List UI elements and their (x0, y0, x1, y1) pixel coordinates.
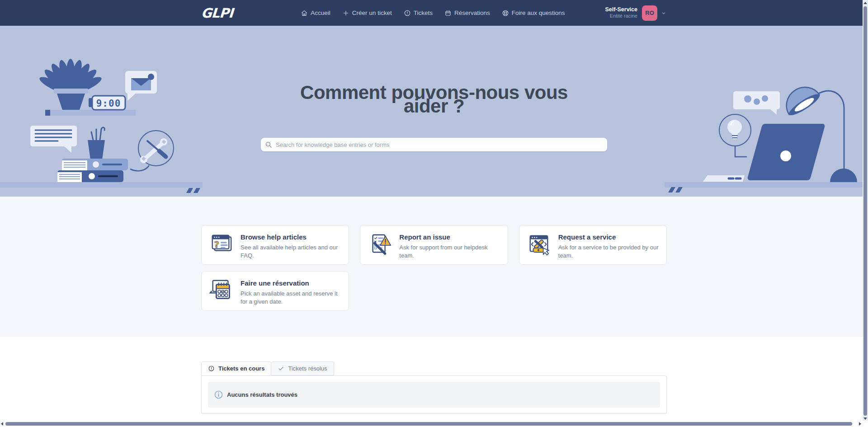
scrollbar-corner (863, 421, 868, 427)
card-description: See all available help articles and our … (241, 244, 341, 260)
card-report-an-issue[interactable]: Report an issue Ask for support from our… (360, 225, 508, 265)
svg-text:?: ? (214, 239, 219, 250)
card-request-a-service[interactable]: Request a service Ask for a service to b… (519, 225, 667, 265)
desk-illustration-left: 9:00 (0, 54, 203, 194)
shelf (45, 110, 136, 116)
user-menu[interactable]: Self-Service Entité racine RO (605, 5, 667, 21)
nav-item-foire-aux-questions[interactable]: Foire aux questions (502, 9, 565, 17)
card-title: Browse help articles (241, 233, 341, 241)
search-icon (265, 141, 272, 148)
vertical-scrollbar[interactable] (863, 0, 868, 421)
card-body: Report an issue Ask for support from our… (399, 232, 500, 260)
tab-tickets-resolus[interactable]: Tickets résolus (271, 361, 334, 375)
check-icon (278, 365, 284, 372)
scroll-left-arrow[interactable] (1, 422, 3, 426)
card-body: Browse help articles See all available h… (241, 232, 341, 260)
request-service-icon (527, 232, 551, 256)
desk-illustration-right (665, 59, 868, 197)
card-faire-une-reservation[interactable]: Faire une réservation Pick an available … (201, 271, 349, 311)
quick-actions-section: ? Browse help articles See all available… (0, 197, 868, 337)
search-input[interactable] (276, 141, 603, 148)
home-icon (301, 9, 308, 17)
card-title: Request a service (558, 233, 659, 241)
nav-item-accueil[interactable]: Accueil (301, 9, 330, 17)
top-navbar: GLPI Accueil Créer un ticket Tickets Rés… (0, 0, 868, 26)
card-title: Report an issue (399, 233, 500, 241)
card-browse-help-articles[interactable]: ? Browse help articles See all available… (201, 225, 349, 265)
horizontal-scrollbar[interactable] (0, 421, 863, 427)
books-icon (57, 159, 128, 182)
nav-item-creer-un-ticket[interactable]: Créer un ticket (342, 9, 392, 17)
lightbulb-icon (719, 114, 751, 157)
tab-tickets-en-cours[interactable]: Tickets en cours (201, 361, 271, 375)
nav-item-label: Tickets (414, 9, 433, 16)
laptop-icon (748, 124, 825, 180)
kb-search-bar (261, 138, 607, 151)
tools-circle-icon (130, 131, 174, 171)
pen-cup-icon (88, 127, 105, 160)
card-description: Pick an available asset and reserve it f… (241, 290, 341, 306)
card-body: Faire une réservation Pick an available … (241, 278, 341, 306)
empty-results-alert: Aucuns résultats trouvés (208, 382, 660, 408)
reservation-icon (209, 278, 233, 302)
alert-circle-icon (404, 9, 411, 17)
nav-item-reservations[interactable]: Réservations (444, 9, 490, 17)
nav-item-label: Réservations (454, 9, 490, 16)
glpi-logo[interactable]: GLPI (201, 5, 234, 21)
mail-notification-icon (125, 71, 157, 101)
help-articles-icon: ? (209, 232, 233, 256)
scroll-up-arrow[interactable] (863, 2, 867, 4)
clock-time: 9:00 (96, 98, 121, 109)
tickets-panel: Aucuns résultats trouvés (201, 375, 667, 414)
page-title: Comment pouvons-nous vous aider ? (258, 86, 610, 113)
keyboard-icon (703, 175, 745, 182)
tickets-tabs: Tickets en cours Tickets résolus (201, 361, 667, 375)
user-profile-name: Self-Service (605, 6, 637, 14)
info-icon (214, 390, 223, 399)
card-title: Faire une réservation (241, 279, 341, 287)
nav-item-label: Foire aux questions (512, 9, 565, 16)
report-issue-icon (368, 232, 392, 256)
tab-label: Tickets en cours (218, 365, 264, 372)
alert-circle-icon (208, 365, 215, 372)
scroll-right-arrow[interactable] (859, 422, 861, 426)
lifebuoy-icon (502, 9, 509, 17)
card-body: Request a service Ask for a service to b… (558, 232, 659, 260)
avatar: RO (642, 5, 657, 21)
vertical-scrollbar-thumb[interactable] (863, 6, 867, 416)
speech-bubble-icon (30, 126, 77, 153)
user-entity: Entité racine (605, 13, 637, 19)
calendar-icon (444, 9, 452, 17)
hero-banner: 9:00 (0, 26, 868, 197)
nav-item-label: Créer un ticket (352, 9, 392, 16)
plus-icon (342, 9, 349, 17)
horizontal-scrollbar-thumb[interactable] (5, 422, 852, 426)
tab-label: Tickets résolus (288, 365, 327, 372)
main-nav: Accueil Créer un ticket Tickets Réservat… (301, 9, 565, 17)
card-description: Ask for a service to be provided by our … (558, 244, 659, 260)
nav-item-label: Accueil (311, 9, 330, 16)
tickets-section: Tickets en cours Tickets résolus Aucuns … (0, 337, 868, 414)
user-info: Self-Service Entité racine (605, 6, 637, 19)
nav-item-tickets[interactable]: Tickets (404, 9, 433, 17)
empty-results-text: Aucuns résultats trouvés (227, 391, 297, 398)
chevron-down-icon (660, 10, 667, 16)
digital-clock: 9:00 (89, 96, 125, 110)
card-description: Ask for support from our helpdesk team. (399, 244, 500, 260)
chat-bubble-icon (733, 91, 780, 115)
scroll-down-arrow[interactable] (863, 418, 867, 420)
